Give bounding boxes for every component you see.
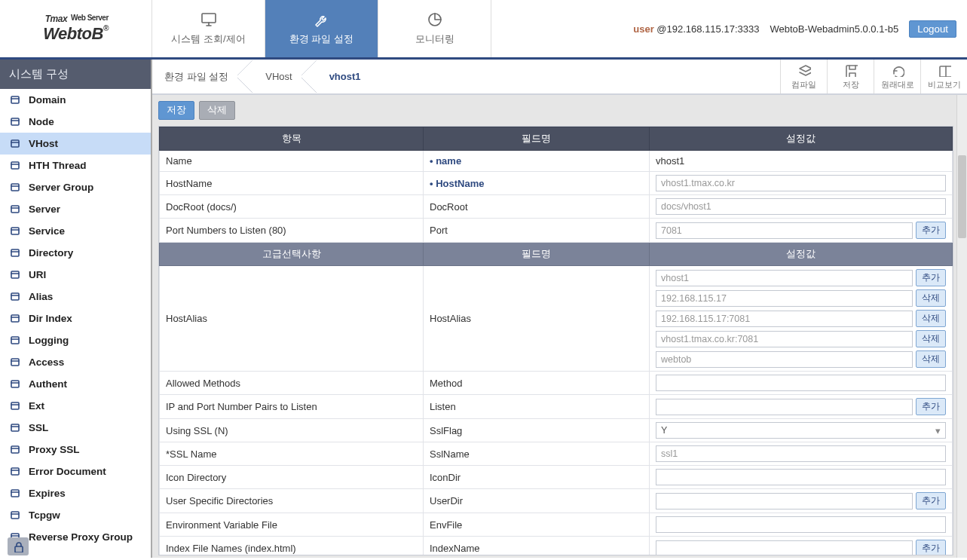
sidebar-item-alias[interactable]: Alias: [0, 286, 151, 308]
host-label: @192.168.115.17:3333: [656, 23, 759, 35]
value-input[interactable]: [656, 399, 913, 415]
table-row: Icon DirectoryIconDir: [160, 466, 953, 489]
sidebar-item-hth-thread[interactable]: HTH Thread: [0, 155, 151, 176]
tab-system[interactable]: 시스템 조회/제어: [152, 0, 265, 57]
add-button[interactable]: 추가: [916, 540, 946, 555]
crumb-root[interactable]: 환경 파일 설정: [152, 60, 246, 93]
value-input[interactable]: [656, 222, 913, 239]
nav-icon: [9, 378, 21, 390]
value-input[interactable]: [656, 445, 946, 462]
version-label: WebtoB-Webadmin5.0.0.1-b5: [770, 23, 898, 35]
item-cell: Icon Directory: [160, 466, 424, 489]
save-button[interactable]: 저장: [827, 60, 874, 93]
field-cell[interactable]: name: [424, 151, 650, 172]
header-right: user @192.168.115.17:3333 WebtoB-Webadmi…: [491, 0, 967, 57]
add-button[interactable]: 추가: [916, 269, 946, 286]
nav-icon: [9, 487, 21, 499]
value-input[interactable]: [656, 198, 946, 215]
sidebar-item-error-document[interactable]: Error Document: [0, 461, 151, 482]
sidebar-item-service[interactable]: Service: [0, 220, 151, 242]
sidebar-item-label: Authent: [29, 378, 67, 390]
item-cell: User Specific Directories: [160, 489, 424, 513]
sidebar-item-ssl[interactable]: SSL: [0, 417, 151, 439]
add-button[interactable]: 추가: [916, 492, 946, 510]
sidebar-item-dir-index[interactable]: Dir Index: [0, 308, 151, 329]
value-input[interactable]: [656, 516, 946, 533]
hostalias-input[interactable]: [656, 290, 913, 307]
table-row: HostNameHostName: [160, 172, 953, 195]
table-row: *SSL NameSslName: [160, 442, 953, 466]
config-table-wrap[interactable]: 항목 필드명 설정값 Namenamevhost1HostNameHostNam…: [158, 126, 953, 555]
field-cell[interactable]: HostName: [424, 172, 650, 195]
th-item: 항목: [160, 127, 424, 151]
value-input[interactable]: [656, 375, 946, 391]
svg-rect-16: [11, 402, 19, 409]
nav-icon: [9, 115, 21, 127]
sidebar-item-authent[interactable]: Authent: [0, 373, 151, 395]
sidebar-item-label: Directory: [29, 247, 73, 259]
select-dropdown[interactable]: Y▾: [656, 422, 946, 439]
delete-button[interactable]: 삭제: [916, 289, 946, 307]
logout-button[interactable]: Logout: [909, 20, 956, 38]
hostalias-input[interactable]: [656, 270, 913, 286]
sidebar-item-logging[interactable]: Logging: [0, 329, 151, 351]
compile-button[interactable]: 컴파일: [780, 60, 827, 93]
vertical-scrollbar[interactable]: [956, 95, 967, 558]
top-bar: Tmax Web Server WebtoB® 시스템 조회/제어 환경 파일 …: [0, 0, 967, 60]
compare-button[interactable]: 비교보기: [920, 60, 967, 93]
delete-button[interactable]: 삭제: [916, 330, 946, 347]
svg-rect-25: [15, 546, 23, 552]
sidebar-item-proxy-ssl[interactable]: Proxy SSL: [0, 439, 151, 461]
item-cell: Using SSL (N): [160, 419, 424, 442]
collapse-sidebar-button[interactable]: [8, 537, 29, 555]
sidebar-item-vhost[interactable]: VHost: [0, 133, 151, 155]
session-info: user @192.168.115.17:3333: [633, 23, 759, 35]
sidebar-item-server-group[interactable]: Server Group: [0, 176, 151, 198]
svg-rect-18: [11, 446, 19, 453]
value-input[interactable]: [656, 175, 946, 191]
compare-label: 비교보기: [928, 79, 961, 90]
sidebar-item-access[interactable]: Access: [0, 351, 151, 373]
sidebar-item-node[interactable]: Node: [0, 111, 151, 133]
breadcrumb-bar: 환경 파일 설정 VHost vhost1 컴파일 저장 원래대로: [152, 60, 967, 94]
value-cell: 추가삭제삭제삭제삭제: [650, 266, 953, 372]
hostalias-input[interactable]: [656, 351, 913, 368]
save-label: 저장: [843, 79, 859, 90]
add-button[interactable]: 추가: [916, 222, 946, 239]
value-input[interactable]: [656, 469, 946, 485]
delete-button[interactable]: 삭제: [916, 350, 946, 368]
sidebar-item-ext[interactable]: Ext: [0, 395, 151, 417]
add-button[interactable]: 추가: [916, 398, 946, 415]
tab-config[interactable]: 환경 파일 설정: [265, 0, 378, 57]
sidebar-item-server[interactable]: Server: [0, 198, 151, 220]
value-cell: 추가: [650, 489, 953, 513]
scrollbar-thumb[interactable]: [958, 155, 966, 238]
value-input[interactable]: [656, 540, 913, 556]
value-input[interactable]: [656, 493, 913, 510]
nav-icon: [9, 465, 21, 477]
revert-button[interactable]: 원래대로: [874, 60, 920, 93]
sidebar-nav: DomainNodeVHostHTH ThreadServer GroupSer…: [0, 89, 151, 558]
item-cell: DocRoot (docs/): [160, 195, 424, 219]
form-save-button[interactable]: 저장: [158, 101, 194, 120]
sidebar-item-directory[interactable]: Directory: [0, 242, 151, 264]
hostalias-input[interactable]: [656, 311, 913, 327]
tab-monitoring[interactable]: 모니터링: [378, 0, 491, 57]
delete-button[interactable]: 삭제: [916, 310, 946, 327]
svg-rect-0: [202, 14, 216, 23]
sidebar-item-label: Error Document: [29, 466, 106, 477]
wrench-icon: [314, 11, 330, 28]
sidebar: 시스템 구성 DomainNodeVHostHTH ThreadServer G…: [0, 60, 152, 558]
nav-icon: [9, 181, 21, 193]
svg-rect-6: [11, 184, 19, 191]
sidebar-item-label: Access: [29, 357, 64, 368]
hostalias-input[interactable]: [656, 331, 913, 347]
sidebar-item-tcpgw[interactable]: Tcpgw: [0, 504, 151, 526]
sidebar-item-expires[interactable]: Expires: [0, 482, 151, 504]
crumb-section[interactable]: VHost: [246, 60, 309, 93]
field-cell: HostAlias: [424, 266, 650, 372]
table-row: Using SSL (N)SslFlagY▾: [160, 419, 953, 442]
sidebar-item-domain[interactable]: Domain: [0, 89, 151, 111]
form-delete-button[interactable]: 삭제: [199, 101, 235, 120]
sidebar-item-uri[interactable]: URI: [0, 264, 151, 286]
